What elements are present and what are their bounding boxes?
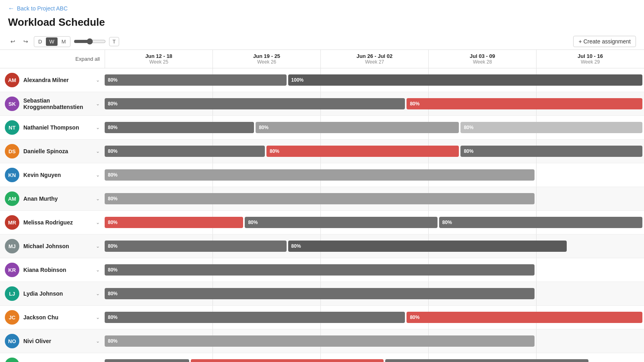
avatar: NO (5, 334, 19, 348)
person-name: Melissa Rodriguez (23, 219, 92, 226)
workload-bar[interactable]: 80% (407, 98, 642, 109)
back-label: Back to Project ABC (17, 5, 68, 12)
person-name: Jackson Chu (23, 314, 92, 321)
weeks-header: Jun 12 - 18Week 25Jun 19 - 25Week 26Jun … (105, 50, 644, 68)
workload-bar[interactable]: 80% (105, 122, 254, 133)
workload-bar[interactable]: 80% (105, 312, 405, 323)
undo-button[interactable]: ↩ (8, 37, 18, 46)
workload-bar[interactable] (191, 359, 383, 362)
person-expand-button[interactable]: ⌄ (96, 148, 100, 154)
table-row: AMAnan Murthy⌄80% (0, 187, 644, 211)
workload-bar[interactable]: 80% (407, 312, 642, 323)
workload-bar[interactable]: 80% (256, 122, 459, 133)
person-name: Anan Murthy (23, 195, 92, 202)
view-options: D W M (34, 36, 70, 47)
workload-bar[interactable]: 80% (105, 335, 535, 347)
person-expand-button[interactable]: ⌄ (96, 125, 100, 130)
view-day-button[interactable]: D (35, 37, 45, 46)
week-num: Week 28 (429, 59, 536, 65)
person-name: Michael Johnson (23, 243, 92, 249)
expand-all-label: Expand all (75, 56, 100, 62)
week-dates: Jul 10 - 16 (537, 53, 644, 59)
table-row: KRKiana Robinson⌄80% (0, 258, 644, 282)
avatar: MJ (5, 239, 19, 253)
workload-bar[interactable]: 80% (460, 146, 642, 157)
workload-bar[interactable]: 80% (105, 241, 287, 252)
week-header-4: Jul 10 - 16Week 29 (536, 50, 644, 68)
workload-bar[interactable]: 80% (245, 217, 437, 228)
week-header-0: Jun 12 - 18Week 25 (105, 50, 213, 68)
week-dates: Jun 26 - Jul 02 (321, 53, 428, 59)
workload-bar[interactable]: 80% (105, 193, 535, 204)
person-info: MRMelissa Rodriguez⌄ (0, 212, 105, 233)
view-month-button[interactable]: M (58, 37, 69, 46)
zoom-slider[interactable] (74, 38, 106, 45)
week-num: Week 27 (321, 59, 428, 65)
table-row: LJLydia Johnson⌄80% (0, 282, 644, 306)
person-expand-button[interactable]: ⌄ (96, 243, 100, 249)
workload-bar[interactable]: 80% (105, 288, 535, 299)
person-info: NTNathaniel Thompson⌄ (0, 117, 105, 138)
bars-container: 80%80%80% (105, 140, 644, 163)
back-link[interactable]: ← Back to Project ABC (8, 5, 636, 12)
workload-bar[interactable]: 80% (105, 217, 243, 228)
workload-bar[interactable]: 80% (460, 122, 642, 133)
workload-bar[interactable]: 80% (105, 169, 535, 181)
bars-container: 80%80%80% (105, 211, 644, 234)
bars-container: 80% (105, 282, 644, 305)
table-row: NONivi Oliver⌄80% (0, 329, 644, 353)
person-info: JCJackson Chu⌄ (0, 307, 105, 328)
person-expand-button[interactable]: ⌄ (96, 338, 100, 344)
workload-bar[interactable]: 80% (439, 217, 642, 228)
week-header-2: Jun 26 - Jul 02Week 27 (320, 50, 428, 68)
person-name: Kevin Nguyen (23, 172, 92, 178)
workload-bar[interactable]: 80% (105, 98, 405, 109)
workload-bar[interactable]: 80% (105, 74, 287, 86)
person-expand-button[interactable]: ⌄ (96, 196, 100, 202)
bars-container: 80% (105, 163, 644, 187)
person-expand-button[interactable]: ⌄ (96, 220, 100, 225)
schedule-header: Expand all Jun 12 - 18Week 25Jun 19 - 25… (0, 50, 644, 68)
person-expand-button[interactable]: ⌄ (96, 101, 100, 107)
person-name: Alexandra Milner (23, 77, 92, 83)
workload-bar[interactable]: 80% (266, 146, 459, 157)
bars-container: 80% (105, 329, 644, 353)
avatar: LJ (5, 286, 19, 301)
bars-container (105, 353, 644, 362)
person-expand-button[interactable]: ⌄ (96, 291, 100, 296)
redo-button[interactable]: ↪ (21, 37, 31, 46)
person-expand-button[interactable]: ⌄ (96, 315, 100, 320)
view-t-button[interactable]: T (109, 37, 120, 46)
zoom-slider-container (74, 38, 106, 45)
person-info: MJMichael Johnson⌄ (0, 236, 105, 257)
workload-bar[interactable]: 80% (288, 241, 567, 252)
avatar: MR (5, 215, 19, 230)
person-name: Danielle Spinoza (23, 148, 92, 154)
create-assignment-label: + Create assignment (578, 38, 631, 45)
workload-bar[interactable] (385, 359, 588, 362)
table-row: MRMelissa Rodriguez⌄80%80%80% (0, 211, 644, 234)
person-expand-button[interactable]: ⌄ (96, 172, 100, 178)
table-row: AMAlexandra Milner⌄80%100% (0, 68, 644, 92)
person-name: Nivi Oliver (23, 338, 92, 344)
table-row: JCJackson Chu⌄80%80% (0, 306, 644, 329)
expand-all-button[interactable]: Expand all (0, 50, 105, 68)
person-info: AMAnan Murthy⌄ (0, 188, 105, 209)
bars-container: 80% (105, 187, 644, 210)
workload-bar[interactable]: 100% (288, 74, 642, 86)
workload-bar[interactable] (105, 359, 189, 362)
bars-container: 80% (105, 258, 644, 282)
person-info: AMAlexandra Milner⌄ (0, 70, 105, 90)
create-assignment-button[interactable]: + Create assignment (573, 36, 636, 47)
avatar: JC (5, 310, 19, 325)
view-week-button[interactable]: W (46, 37, 57, 46)
person-expand-button[interactable]: ⌄ (96, 267, 100, 273)
workload-bar[interactable]: 80% (105, 146, 265, 157)
bars-container: 80%80% (105, 234, 644, 258)
page-header: ← Back to Project ABC Workload Schedule (0, 0, 644, 29)
table-row: KNKevin Nguyen⌄80% (0, 163, 644, 187)
table-row: DSDanielle Spinoza⌄80%80%80% (0, 140, 644, 163)
avatar: AM (5, 191, 19, 206)
person-expand-button[interactable]: ⌄ (96, 77, 100, 83)
workload-bar[interactable]: 80% (105, 264, 535, 276)
